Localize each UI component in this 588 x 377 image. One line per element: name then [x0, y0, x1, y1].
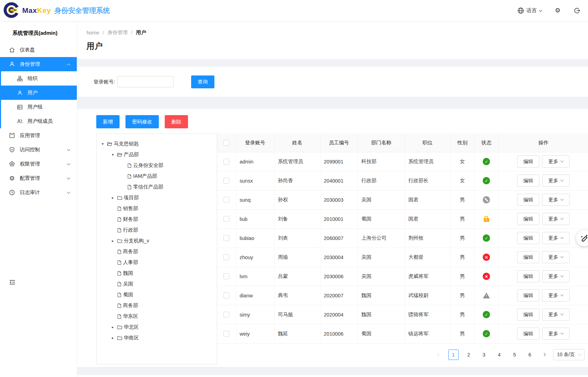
edit-button[interactable]: 编辑: [517, 308, 539, 321]
sidebar-item-users[interactable]: 用户: [1, 86, 77, 100]
tree-node[interactable]: IAM产品部: [97, 171, 217, 182]
cell-account: sunsx: [236, 171, 274, 190]
tree-expand-arrow[interactable]: [110, 196, 115, 200]
edit-button[interactable]: 编辑: [517, 213, 539, 225]
tree-node[interactable]: 产品部: [97, 149, 217, 160]
row-checkbox[interactable]: [223, 235, 229, 241]
tree-node[interactable]: 行政部: [97, 225, 217, 235]
tree-node[interactable]: 马克思钥匙: [97, 138, 217, 149]
badge-icon: [16, 104, 23, 110]
sidebar-item-permissions[interactable]: 权限管理: [0, 157, 77, 171]
panel-row: 马克思钥匙 产品部: [96, 134, 588, 364]
edit-button[interactable]: 编辑: [517, 328, 539, 340]
tree-node[interactable]: 商务部: [97, 300, 217, 311]
breadcrumb-identity[interactable]: 身份管理: [107, 29, 128, 36]
gear-icon[interactable]: ⚙: [555, 7, 561, 14]
more-button[interactable]: 更多: [542, 194, 570, 206]
tree-node[interactable]: 华北区: [97, 322, 217, 332]
file-icon: [117, 292, 122, 297]
row-checkbox[interactable]: [223, 273, 229, 279]
change-password-button[interactable]: 密码修改: [125, 115, 159, 128]
account-input[interactable]: [117, 76, 174, 87]
breadcrumb-home[interactable]: home: [87, 30, 99, 35]
tree-node[interactable]: 分支机构_v: [97, 235, 217, 246]
edit-button[interactable]: 编辑: [517, 251, 539, 263]
more-button[interactable]: 更多: [542, 251, 570, 263]
row-checkbox[interactable]: [223, 292, 229, 298]
page-button[interactable]: 5: [509, 350, 520, 360]
tree-node[interactable]: 吴国: [97, 279, 217, 289]
tree-expand-arrow[interactable]: [110, 153, 115, 157]
page-button[interactable]: 6: [525, 350, 535, 360]
select-all-checkbox[interactable]: [223, 140, 229, 146]
row-checkbox[interactable]: [223, 178, 229, 184]
sidebar-item-applications[interactable]: 应用管理: [0, 128, 77, 143]
language-menu[interactable]: 语言: [517, 7, 542, 14]
tree-node[interactable]: 人事部: [97, 257, 217, 268]
tree-node[interactable]: 零信任产品部: [97, 182, 217, 192]
more-button[interactable]: 更多: [542, 308, 570, 321]
collapse-sidebar-button[interactable]: [9, 279, 16, 287]
prev-page-button[interactable]: [435, 350, 443, 360]
edit-button[interactable]: 编辑: [517, 155, 539, 168]
sidebar-item-identity[interactable]: 身份管理: [0, 57, 77, 71]
tree-expand-arrow[interactable]: [110, 325, 115, 329]
tree-expand-arrow[interactable]: [110, 336, 115, 340]
more-button[interactable]: 更多: [542, 213, 570, 225]
sidebar-item-audit-logs[interactable]: 日志审计: [0, 185, 77, 200]
sidebar-item-user-groups[interactable]: 用户组: [1, 100, 77, 114]
more-button[interactable]: 更多: [542, 175, 570, 187]
more-button[interactable]: 更多: [542, 328, 570, 340]
tree-expand-arrow[interactable]: [100, 142, 105, 146]
sidebar-item-configuration[interactable]: ⚙ 配置管理: [0, 171, 77, 185]
tree-node-label: IAM产品部: [133, 173, 157, 179]
row-checkbox[interactable]: [223, 159, 229, 165]
edit-button[interactable]: 编辑: [517, 232, 539, 244]
sidebar-item-dashboard[interactable]: 仪表盘: [0, 43, 77, 57]
row-checkbox[interactable]: [223, 331, 229, 337]
page-button[interactable]: 4: [494, 350, 505, 360]
tree-node[interactable]: 华东区: [97, 311, 217, 322]
edit-button[interactable]: 编辑: [517, 270, 539, 282]
tree-node[interactable]: 华南区: [97, 332, 217, 343]
page-button[interactable]: 2: [464, 350, 474, 360]
page-button[interactable]: 1: [448, 350, 459, 360]
logout-icon[interactable]: [574, 7, 580, 14]
more-label: 更多: [548, 235, 558, 241]
more-button[interactable]: 更多: [542, 270, 570, 282]
sidebar-item-label: 日志审计: [20, 189, 63, 196]
file-icon: [117, 282, 122, 287]
tree-node[interactable]: 蜀国: [97, 289, 217, 300]
row-checkbox[interactable]: [223, 216, 229, 222]
edit-button[interactable]: 编辑: [517, 194, 539, 206]
edit-button[interactable]: 编辑: [517, 289, 539, 302]
row-checkbox[interactable]: [223, 312, 229, 318]
tree-node[interactable]: 云身份安全部: [97, 160, 217, 171]
page-size-select[interactable]: 10 条/页: [553, 349, 585, 360]
edit-button[interactable]: 编辑: [517, 175, 539, 187]
chevron-down-icon: [67, 147, 71, 151]
tree-node[interactable]: 商务部: [97, 246, 217, 257]
delete-button[interactable]: 删除: [165, 115, 188, 128]
query-button[interactable]: 查询: [191, 75, 214, 88]
tree-node[interactable]: 魏国: [97, 268, 217, 279]
page-button[interactable]: 3: [479, 350, 489, 360]
tree-node[interactable]: 财务部: [97, 214, 217, 225]
more-button[interactable]: 更多: [542, 232, 570, 244]
gear-icon: ⚙: [9, 175, 15, 182]
sidebar-item-access-control[interactable]: 访问控制: [0, 143, 77, 157]
row-checkbox[interactable]: [223, 197, 229, 203]
tree-node[interactable]: 项目部: [97, 192, 217, 203]
sidebar-item-user-group-members[interactable]: 用户组成员: [1, 114, 77, 128]
cell-gender: 女: [451, 152, 474, 171]
sidebar-item-organization[interactable]: 组织: [1, 71, 77, 86]
more-button[interactable]: 更多: [542, 155, 570, 168]
tree-node[interactable]: 销售部: [97, 203, 217, 214]
tree-expand-arrow[interactable]: [110, 239, 115, 243]
cell-department: 魏国: [358, 286, 405, 305]
next-page-button[interactable]: [540, 350, 548, 360]
add-button[interactable]: 新增: [96, 115, 120, 128]
row-checkbox[interactable]: [223, 254, 229, 260]
more-button[interactable]: 更多: [542, 289, 570, 302]
page-title: 用户: [87, 41, 588, 51]
